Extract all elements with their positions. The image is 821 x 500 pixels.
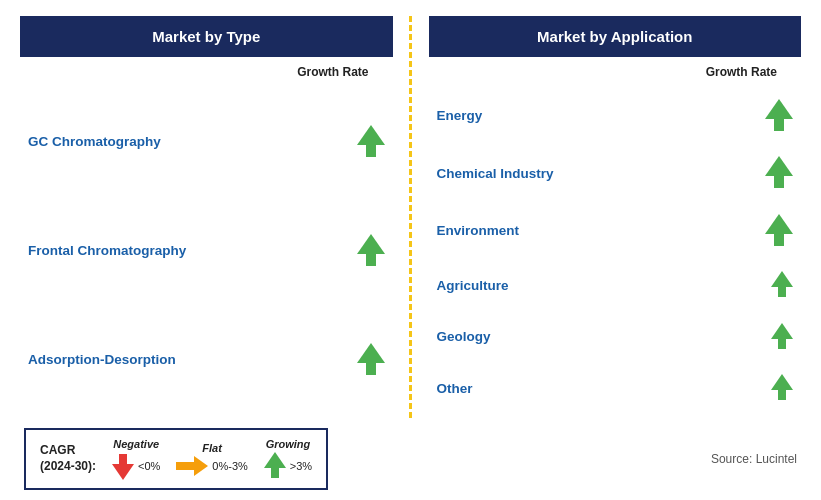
item-gc-chromatography: GC Chromatography [28, 134, 161, 149]
arrow-up-icon [357, 125, 385, 159]
left-growth-label: Growth Rate [20, 65, 393, 79]
item-agriculture: Agriculture [437, 278, 509, 293]
legend-negative: Negative <0% [112, 438, 160, 480]
list-item: Adsorption-Desorption [28, 337, 385, 383]
legend-box: CAGR (2024-30): Negative <0% Flat 0%-3% [24, 428, 328, 490]
red-arrow-down-icon [112, 452, 134, 480]
legend-flat: Flat 0%-3% [176, 442, 247, 476]
list-item: Energy [437, 93, 794, 139]
dashed-line [409, 16, 412, 418]
legend-title: CAGR (2024-30): [40, 443, 96, 474]
list-item: Frontal Chromatography [28, 228, 385, 274]
arrow-up-icon [765, 156, 793, 190]
list-item: Environment [437, 208, 794, 254]
arrow-up-icon [765, 214, 793, 248]
orange-arrow-right-icon [176, 456, 208, 476]
right-growth-label: Growth Rate [429, 65, 802, 79]
item-environment: Environment [437, 223, 520, 238]
right-panel-header: Market by Application [429, 16, 802, 57]
negative-label: Negative [113, 438, 159, 450]
footer: CAGR (2024-30): Negative <0% Flat 0%-3% [20, 428, 801, 490]
item-chemical-industry: Chemical Industry [437, 166, 554, 181]
right-panel: Market by Application Growth Rate Energy… [429, 16, 802, 418]
arrow-up-icon [357, 234, 385, 268]
item-frontal-chromatography: Frontal Chromatography [28, 243, 186, 258]
arrow-up-small-icon [771, 271, 793, 299]
arrow-up-icon [765, 99, 793, 133]
left-panel: Market by Type Growth Rate GC Chromatogr… [20, 16, 393, 418]
green-arrow-up-icon [264, 452, 286, 480]
list-item: GC Chromatography [28, 119, 385, 165]
divider [393, 16, 429, 418]
growing-range: >3% [290, 460, 312, 472]
arrow-up-icon [357, 343, 385, 377]
left-panel-header: Market by Type [20, 16, 393, 57]
arrow-up-small-icon [771, 323, 793, 351]
item-other: Other [437, 381, 473, 396]
right-items-list: Energy Chemical Industry Environment Agr… [429, 83, 802, 418]
item-geology: Geology [437, 329, 491, 344]
legend-growing: Growing >3% [264, 438, 312, 480]
list-item: Agriculture [437, 265, 794, 305]
list-item: Chemical Industry [437, 150, 794, 196]
item-energy: Energy [437, 108, 483, 123]
left-items-list: GC Chromatography Frontal Chromatography… [20, 83, 393, 418]
item-adsorption-desorption: Adsorption-Desorption [28, 352, 176, 367]
flat-range: 0%-3% [212, 460, 247, 472]
list-item: Geology [437, 317, 794, 357]
list-item: Other [437, 368, 794, 408]
negative-range: <0% [138, 460, 160, 472]
source-text: Source: Lucintel [711, 452, 797, 466]
growing-label: Growing [266, 438, 311, 450]
arrow-up-small-icon [771, 374, 793, 402]
flat-label: Flat [202, 442, 222, 454]
